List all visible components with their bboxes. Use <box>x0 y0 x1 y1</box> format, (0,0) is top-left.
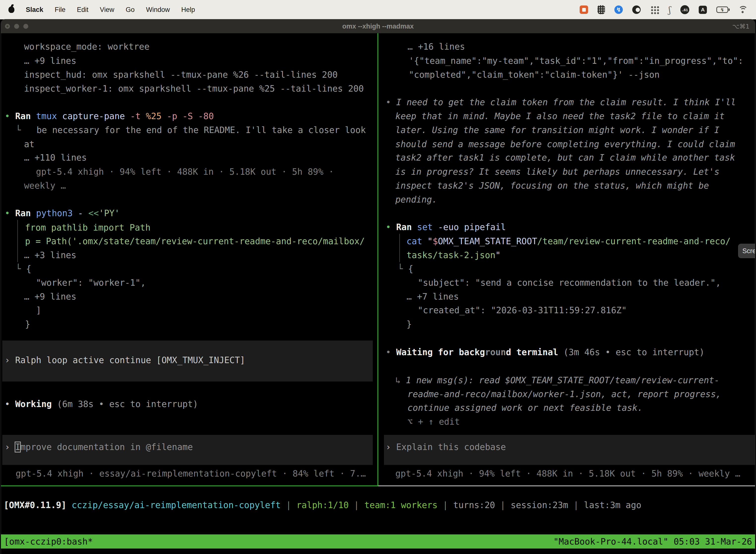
terminal-line: weekly … <box>24 180 66 191</box>
tmux-status-bar: [omx-cczip0:bash* "MacBook-Pro-44.local"… <box>1 535 755 549</box>
terminal-line: from pathlib import Path <box>25 222 150 233</box>
terminal-line: readme-and-reco/mailbox/worker-1.json, a… <box>407 388 721 400</box>
terminal-line: [OMX#0.11.9] cczip/essay/ai-reimplementa… <box>4 499 641 511</box>
terminal-line: later. Using the same for transition mig… <box>395 124 719 136</box>
terminal-line: should send a message before completing … <box>395 138 735 150</box>
slack-status-icon[interactable] <box>580 5 588 14</box>
terminal-window: omx --xhigh --madmax ⌥⌘1 workspace_mode:… <box>1 19 755 554</box>
screen-notification-overlay: Scre <box>738 244 755 258</box>
terminal-line: is in progress? It seems likely but perh… <box>395 166 719 177</box>
tmux-host-clock: "MacBook-Pro-44.local" 05:03 31-Mar-26 <box>553 537 752 547</box>
menubar: Slack FileEditViewGoWindowHelp ↯ʃ..61A↯ <box>0 0 756 19</box>
terminal-line: gpt-5.4 xhigh · 94% left · 488K in · 5.1… <box>36 166 334 177</box>
terminal-line: … +9 lines <box>24 55 76 66</box>
close-button[interactable] <box>5 24 10 29</box>
terminal-line: • Ran python3 - <<'PY' <box>5 208 120 219</box>
active-app-name[interactable]: Slack <box>26 6 44 14</box>
keypad-icon[interactable] <box>597 5 605 14</box>
window-title: omx --xhigh --madmax <box>1 22 755 30</box>
tmux-session-label: [omx-cczip0:bash* <box>4 537 93 547</box>
terminal-line: } <box>406 319 412 330</box>
terminal-line: … +110 lines <box>24 152 87 163</box>
terminal-line: • Ran set -euo pipefail <box>386 221 506 233</box>
pane-bottom-border-active <box>1 486 378 486</box>
terminal-line: at <box>24 138 35 150</box>
terminal-line: continue assigned work or next feasible … <box>407 402 643 413</box>
terminal-line: › Ralph loop active continue [OMX_TMUX_I… <box>5 354 245 366</box>
terminal-line: … +16 lines <box>407 41 465 52</box>
terminal-line: … +7 lines <box>406 291 459 302</box>
menu-items: FileEditViewGoWindowHelp <box>55 6 195 14</box>
apple-menu-icon[interactable] <box>8 6 14 13</box>
terminal-line: ↳ 1 new msg(s): read $OMX_TEAM_STATE_ROO… <box>395 375 719 386</box>
terminal-line: "created_at": "2026-03-31T11:59:27.816Z" <box>418 304 627 316</box>
lightning-badge-icon[interactable]: ↯ <box>614 5 623 14</box>
terminal-line: ⌥ + ↑ edit <box>407 416 460 428</box>
output-connector-line <box>17 220 18 262</box>
terminal-line: • Waiting for background terminal (3m 46… <box>386 346 704 358</box>
terminal-line: cat "$OMX_TEAM_STATE_ROOT/team/review-cu… <box>406 235 731 247</box>
terminal-line: pending. <box>395 194 437 205</box>
menu-help[interactable]: Help <box>181 6 195 14</box>
terminal-line: '{"team_name":"my-team","task_id":"1","f… <box>409 55 743 66</box>
menu-go[interactable]: Go <box>126 6 135 14</box>
menu-window[interactable]: Window <box>146 6 170 14</box>
terminal-line: p = Path('.omx/state/team/review-current… <box>25 235 365 247</box>
input-source-icon[interactable]: A <box>699 6 707 14</box>
terminal-line: task2 after task1 is complete, but can I… <box>395 152 735 163</box>
tmux-pane-divider[interactable] <box>378 33 378 486</box>
pane-bottom-border-inactive <box>378 486 755 486</box>
terminal-line: "subject": "send a concise recommendatio… <box>418 277 721 288</box>
terminal-line: • I need to get the claim token from the… <box>386 97 736 108</box>
tmux-pane-left: workspace_mode: worktree… +9 linesinspec… <box>1 33 378 486</box>
terminal-line: tasks/task-2.json" <box>406 250 501 261</box>
moon-icon[interactable] <box>632 5 641 14</box>
terminal-line: • Working (6m 38s • esc to interrupt) <box>5 398 198 410</box>
terminal-line: └ { <box>397 263 413 275</box>
terminal-line: inspect task2's JSON, focusing on the st… <box>395 180 709 191</box>
output-connector-line <box>399 234 400 262</box>
terminal-line: › Improve documentation in @filename <box>5 441 193 453</box>
hook-icon[interactable]: ʃ <box>669 5 671 15</box>
menubar-status-icons: ↯ʃ..61A↯ <box>580 5 748 15</box>
terminal-content: workspace_mode: worktree… +9 linesinspec… <box>1 33 755 554</box>
terminal-line: keep that in mind. Maybe I also need the… <box>395 110 725 122</box>
terminal-line: gpt-5.4 xhigh · essay/ai-reimplementatio… <box>16 468 366 479</box>
terminal-line: } <box>25 319 30 330</box>
terminal-line: gpt-5.4 xhigh · 94% left · 488K in · 5.1… <box>395 468 740 479</box>
terminal-line: inspect_worker-1: omx sparkshell --tmux-… <box>24 83 364 94</box>
terminal-line: … +9 lines <box>24 291 76 302</box>
terminal-line: • Ran tmux capture-pane -t %25 -p -S -80 <box>5 110 214 122</box>
dots-grid-icon[interactable] <box>650 5 659 14</box>
window-shortcut-badge: ⌥⌘1 <box>732 23 750 30</box>
battery-icon[interactable]: ↯ <box>716 6 728 13</box>
tmux-pane-right: … +16 lines'{"team_name":"my-team","task… <box>378 33 755 486</box>
terminal-line: … +3 lines <box>24 250 76 261</box>
menu-file[interactable]: File <box>55 6 66 14</box>
terminal-line: └ { <box>16 263 31 275</box>
terminal-line: ] <box>36 304 41 316</box>
window-titlebar[interactable]: omx --xhigh --madmax ⌥⌘1 <box>1 19 755 33</box>
terminal-line: workspace_mode: worktree <box>24 41 149 52</box>
wifi-icon[interactable] <box>738 6 748 14</box>
menu-edit[interactable]: Edit <box>77 6 88 14</box>
terminal-line: "worker": "worker-1", <box>36 277 146 288</box>
terminal-line: └ be necessary for the end of the README… <box>16 124 366 136</box>
terminal-line: › Explain this codebase <box>386 441 506 453</box>
zoom-button[interactable] <box>23 24 28 29</box>
terminal-line: inspect_hud: omx sparkshell --tmux-pane … <box>24 69 337 80</box>
minimize-button[interactable] <box>14 24 19 29</box>
battery-percent-icon[interactable]: ..61 <box>680 5 689 14</box>
terminal-line: "completed","claim_token":"claim-token"}… <box>409 69 659 80</box>
menu-view[interactable]: View <box>100 6 114 14</box>
